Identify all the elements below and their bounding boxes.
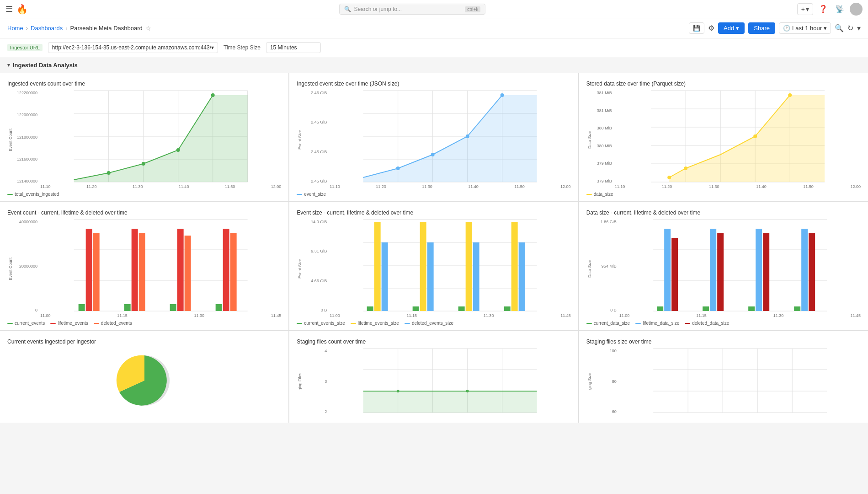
area-chart-svg xyxy=(330,91,570,182)
chart-body: Data Size 381 MiB 381 MiB 380 MiB 380 Mi… xyxy=(586,91,861,189)
svg-rect-92 xyxy=(809,233,815,311)
svg-point-27 xyxy=(466,134,469,138)
svg-rect-90 xyxy=(794,306,800,311)
legend-data-size: data_size xyxy=(586,192,613,197)
share-button[interactable]: Share xyxy=(748,22,775,34)
svg-point-43 xyxy=(788,93,792,97)
chart-legend: total_events_ingested xyxy=(7,192,281,197)
chart-legend: current_events_size lifetime_events_size… xyxy=(297,321,570,326)
top-nav: ☰ 🔥 🔍 Search or jump to... ctrl+k + ▾ ❓ … xyxy=(0,0,868,18)
dashboard-grid: Ingested events count over time Event Co… xyxy=(0,73,868,423)
ingestor-select[interactable]: http://ec2-3-136-154-35.us-east-2.comput… xyxy=(48,42,218,53)
filter-bar: Ingestor URL http://ec2-3-136-154-35.us-… xyxy=(0,38,868,57)
chart-staging-files-count: Staging files count over time ging Files… xyxy=(289,331,578,423)
y-axis-label: Data Size xyxy=(586,131,592,149)
breadcrumb-dashboards[interactable]: Dashboards xyxy=(31,25,63,32)
breadcrumb-sep-2: › xyxy=(65,25,67,32)
more-options-button[interactable]: ▾ xyxy=(857,24,861,32)
y-axis: 122200000 122000000 121800000 121600000 … xyxy=(13,91,40,183)
chart-body: Event Size 2.46 GiB 2.45 GiB 2.45 GiB 2.… xyxy=(297,91,570,189)
refresh-button[interactable]: ↻ xyxy=(847,24,853,32)
feed-button[interactable]: 📡 xyxy=(833,3,846,15)
search-icon: 🔍 xyxy=(344,6,351,12)
legend-current-events: current_events xyxy=(7,321,45,326)
svg-point-41 xyxy=(684,166,687,170)
legend-deleted-events-size: deleted_events_size xyxy=(405,321,453,326)
pie-chart-svg xyxy=(99,349,190,408)
chart-body: Data Size 1.86 GiB 954 MiB 0 B xyxy=(586,220,861,318)
legend-color xyxy=(685,323,690,324)
chart-current-events-ingestor: Current events ingested per ingestor xyxy=(0,331,289,423)
plus-button[interactable]: + ▾ xyxy=(797,3,813,15)
area-chart-svg xyxy=(615,91,861,182)
legend-color xyxy=(50,323,56,324)
svg-rect-83 xyxy=(671,238,678,311)
svg-point-28 xyxy=(501,93,504,97)
legend-lifetime-events: lifetime_events xyxy=(50,321,88,326)
svg-rect-74 xyxy=(504,306,511,311)
chart-staging-files-size: Staging files size over time ging Size 1… xyxy=(579,331,868,423)
svg-marker-102 xyxy=(363,391,537,413)
chart-title: Staging files size over time xyxy=(586,338,861,345)
svg-rect-75 xyxy=(511,222,518,311)
y-axis: 40000000 20000000 0 xyxy=(13,220,40,312)
add-button[interactable]: Add ▾ xyxy=(718,22,745,34)
chart-svg-area xyxy=(330,91,570,183)
svg-rect-52 xyxy=(132,229,138,311)
svg-marker-10 xyxy=(74,95,248,182)
pie-chart-area xyxy=(7,349,281,408)
chart-stored-data-size: Stored data size over time (Parquet size… xyxy=(579,73,868,202)
svg-rect-67 xyxy=(382,242,388,311)
section-header[interactable]: ▾ Ingested Data Analysis xyxy=(0,57,868,73)
y-axis-label: Event Size xyxy=(297,130,302,150)
svg-rect-49 xyxy=(86,229,92,311)
chart-title: Staging files count over time xyxy=(297,338,570,345)
time-range-picker[interactable]: 🕐 Last 1 hour ▾ xyxy=(779,22,831,34)
legend-color xyxy=(297,323,302,324)
breadcrumb-home[interactable]: Home xyxy=(7,25,23,32)
y-axis: 1.86 GiB 954 MiB 0 B xyxy=(592,220,619,312)
svg-rect-58 xyxy=(223,229,229,311)
search-bar[interactable]: 🔍 Search or jump to... ctrl+k xyxy=(339,4,485,15)
chart-ingested-events-count: Ingested events count over time Event Co… xyxy=(0,73,289,202)
timestep-value[interactable]: 15 Minutes xyxy=(266,42,321,53)
zoom-out-button[interactable]: 🔍 xyxy=(835,24,844,32)
y-axis-label: ging Size xyxy=(586,373,592,390)
y-axis-label: Data Size xyxy=(586,260,592,278)
settings-button[interactable]: ⚙ xyxy=(708,24,714,32)
x-axis: 11:10 11:20 11:30 11:40 11:50 12:00 xyxy=(592,183,861,189)
chevron-down-icon: ▾ xyxy=(736,25,739,32)
section-title: Ingested Data Analysis xyxy=(13,62,78,69)
svg-rect-91 xyxy=(801,229,808,311)
svg-point-12 xyxy=(142,162,145,166)
svg-rect-72 xyxy=(466,222,472,311)
y-axis-label: Event Count xyxy=(7,129,13,151)
star-icon[interactable]: ☆ xyxy=(145,25,151,32)
svg-rect-82 xyxy=(664,229,671,311)
chart-title: Event size - current, lifetime & deleted… xyxy=(297,209,570,216)
chart-svg-area xyxy=(330,220,570,312)
breadcrumb-bar: Home › Dashboards › Parseable Meta Dashb… xyxy=(0,18,868,38)
avatar[interactable] xyxy=(850,3,863,16)
legend-color xyxy=(635,323,641,324)
chart-legend: data_size xyxy=(586,192,861,197)
svg-rect-85 xyxy=(710,229,716,311)
y-axis: 100 80 60 xyxy=(592,349,619,414)
svg-rect-81 xyxy=(657,306,663,311)
chart-event-size-lifetime: Event size - current, lifetime & deleted… xyxy=(289,202,578,331)
legend-color xyxy=(7,323,13,324)
help-button[interactable]: ❓ xyxy=(817,3,830,15)
chart-title: Ingested event size over time (JSON size… xyxy=(297,81,570,87)
legend-deleted-events: deleted_events xyxy=(94,321,132,326)
svg-point-103 xyxy=(397,390,399,392)
chart-svg-area xyxy=(40,91,281,183)
legend-current-data-size: current_data_size xyxy=(586,321,630,326)
breadcrumb-right: 💾 ⚙ Add ▾ Share 🕐 Last 1 hour ▾ 🔍 ↻ ▾ xyxy=(689,22,861,34)
svg-marker-39 xyxy=(669,95,825,182)
chart-title: Data size - current, lifetime & deleted … xyxy=(586,209,861,216)
x-axis: 11:00 11:15 11:30 11:45 xyxy=(302,312,570,318)
svg-point-25 xyxy=(396,166,400,170)
save-button[interactable]: 💾 xyxy=(689,22,704,34)
y-axis-label: ging Files xyxy=(297,373,302,391)
menu-button[interactable]: ☰ xyxy=(5,4,13,14)
